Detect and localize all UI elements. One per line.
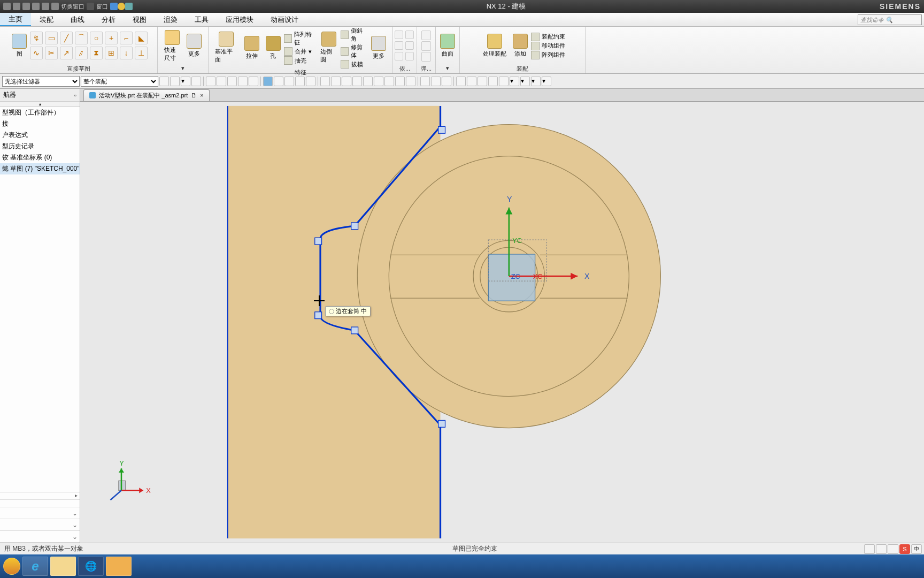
face-tool-icon[interactable] [405, 52, 414, 60]
spring-tool-icon[interactable] [421, 52, 431, 62]
graphics-viewport[interactable]: 活动V型块.prt 在装配中 _asm2.prt 🗋 × [80, 89, 924, 543]
snap-icon[interactable] [374, 77, 383, 86]
app-taskbar-icon[interactable]: 🌐 [78, 557, 104, 576]
tab-tools[interactable]: 工具 [186, 13, 217, 26]
selection-filter-dropdown[interactable]: 无选择过滤器 [2, 76, 80, 87]
trim-body-button[interactable]: 修剪体 [341, 43, 368, 59]
datum-plane-button[interactable]: 基准平面 [212, 31, 241, 65]
snap-icon[interactable] [352, 77, 362, 86]
arc-icon[interactable]: ⌒ [75, 32, 88, 44]
move-component-button[interactable]: 移动组件 [531, 42, 565, 50]
quick-dimension-button[interactable]: 快速尺寸 [161, 29, 183, 63]
ime-indicator-icon[interactable]: S [899, 544, 910, 554]
snap-icon[interactable] [342, 77, 351, 86]
filter-icon[interactable] [217, 77, 226, 86]
tool-icon[interactable] [478, 77, 487, 86]
tab-animation[interactable]: 动画设计 [262, 13, 307, 26]
tool-icon[interactable]: ▾ [520, 77, 530, 86]
trim-icon[interactable]: ✂ [45, 47, 58, 59]
snap-icon[interactable] [406, 77, 415, 86]
window-menu[interactable]: 窗口 [94, 3, 110, 11]
tool-icon[interactable]: ▾ [531, 77, 541, 86]
status-button[interactable] [864, 544, 875, 554]
close-tab-icon[interactable]: × [200, 92, 203, 98]
tool-icon[interactable] [456, 77, 466, 86]
tree-item[interactable]: 型视图（工作部件） [0, 107, 80, 118]
qa-icon[interactable] [42, 3, 49, 10]
view-icon[interactable] [263, 77, 273, 86]
tab-analysis[interactable]: 分析 [93, 13, 124, 26]
tree-item-selected[interactable]: 懿 草图 (7) "SKETCH_000" [0, 163, 80, 174]
footer-expander[interactable]: ⌄ [0, 507, 80, 519]
assembly-scope-dropdown[interactable]: 整个装配 [81, 76, 158, 87]
filter-icon[interactable] [227, 77, 237, 86]
filter-icon[interactable] [249, 77, 258, 86]
project-icon[interactable]: ↓ [120, 47, 133, 59]
explorer-taskbar-icon[interactable] [50, 557, 76, 576]
command-search[interactable]: 查找命令 🔍 [858, 14, 922, 25]
tree-item[interactable]: 型历史记录 [0, 141, 80, 152]
extend-icon[interactable]: ↗ [60, 47, 73, 59]
tab-assembly[interactable]: 装配 [31, 13, 62, 26]
app-taskbar-icon[interactable] [106, 557, 132, 576]
qa-icon[interactable] [32, 3, 40, 10]
profile-icon[interactable]: ↯ [30, 32, 43, 44]
snap-icon[interactable] [395, 77, 405, 86]
face-tool-icon[interactable] [395, 52, 403, 60]
tool-icon[interactable]: ▾ [542, 77, 551, 86]
pattern-icon[interactable]: ⊞ [105, 47, 118, 59]
tab-view[interactable]: 视图 [124, 13, 155, 26]
tree-item[interactable]: 饺 基准坐标系 (0) [0, 152, 80, 163]
navigator-tree[interactable]: 型视图（工作部件） 接 户表达式 型历史记录 饺 基准坐标系 (0) 懿 草图 … [0, 107, 80, 492]
footer-expander[interactable]: ⌄ [0, 519, 80, 531]
ime-mode-button[interactable]: 中 [911, 544, 922, 554]
snap-icon[interactable] [363, 77, 373, 86]
line-icon[interactable]: ╱ [60, 32, 73, 44]
more-sketch-button[interactable]: 更多 [183, 33, 205, 59]
spring-tool-icon[interactable] [421, 31, 431, 40]
filter-icon[interactable] [159, 77, 169, 86]
tab-app-module[interactable]: 应用模块 [217, 13, 262, 26]
more-feature-button[interactable]: 更多 [368, 35, 389, 61]
chrome-taskbar-icon[interactable] [3, 558, 20, 575]
mirror-icon[interactable]: ⧗ [90, 47, 103, 59]
process-assembly-button[interactable]: 处理装配 [480, 33, 510, 59]
filter-icon[interactable] [206, 77, 215, 86]
view-icon[interactable] [284, 77, 294, 86]
point-icon[interactable]: + [105, 32, 118, 44]
ie-taskbar-icon[interactable]: e [22, 557, 48, 576]
spring-tool-icon[interactable] [421, 41, 431, 51]
qa-icon[interactable] [110, 3, 118, 10]
tree-item[interactable]: 户表达式 [0, 130, 80, 141]
chamfer-button[interactable]: 倒斜角 [341, 27, 368, 43]
document-tab[interactable]: 活动V型块.prt 在装配中 _asm2.prt 🗋 × [83, 89, 210, 101]
snap-icon[interactable] [420, 77, 430, 86]
canvas[interactable]: X Y XC YC ZC X Y 边在套筒 中 [80, 102, 924, 543]
face-tool-icon[interactable] [405, 41, 414, 50]
filter-icon[interactable]: ▾ [181, 77, 190, 86]
qa-icon[interactable] [51, 3, 59, 10]
filter-icon[interactable] [170, 77, 180, 86]
qa-icon[interactable] [87, 3, 94, 10]
face-tool-icon[interactable] [395, 41, 403, 50]
sketch-button[interactable]: 图 [9, 33, 30, 59]
offset-icon[interactable]: ⫽ [75, 47, 88, 59]
surface-button[interactable]: 曲面 [437, 33, 458, 59]
draft-button[interactable]: 拔模 [341, 60, 368, 69]
view-icon[interactable] [295, 77, 305, 86]
snap-icon[interactable] [331, 77, 341, 86]
tool-icon[interactable] [499, 77, 509, 86]
add-component-button[interactable]: 添加 [510, 33, 531, 59]
pattern-feature-button[interactable]: 阵列特征 [284, 31, 317, 47]
view-icon[interactable] [274, 77, 283, 86]
status-button[interactable] [876, 544, 887, 554]
fillet-icon[interactable]: ⌐ [120, 32, 133, 44]
qa-icon[interactable] [22, 3, 30, 10]
snap-icon[interactable] [442, 77, 451, 86]
face-tool-icon[interactable] [395, 31, 403, 39]
hole-button[interactable]: 孔 [263, 35, 284, 61]
snap-icon[interactable] [384, 77, 394, 86]
tab-curve[interactable]: 曲线 [62, 13, 93, 26]
filter-icon[interactable] [191, 77, 201, 86]
tool-icon[interactable] [467, 77, 476, 86]
